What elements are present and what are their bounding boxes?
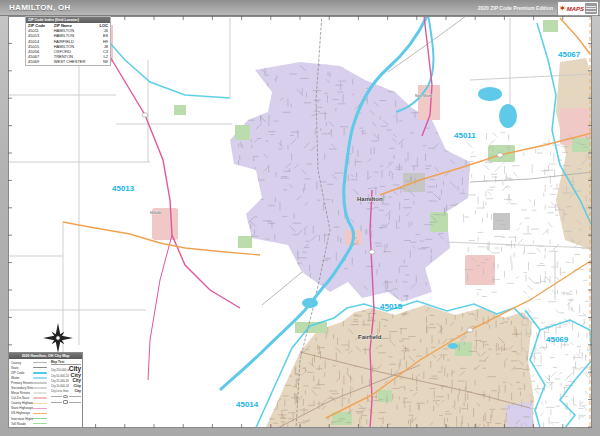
wall-map-frame: HAMILTON, OH 2020 ZIP Code Premium Editi…	[0, 0, 600, 436]
city-label: Hamilton	[357, 196, 383, 202]
county-highway-shield-sample	[51, 395, 81, 398]
logo-brand-text: MAPS	[567, 6, 584, 12]
legend-swatch	[33, 423, 47, 425]
legend-swatch	[33, 362, 47, 364]
town-label: Millville	[150, 211, 161, 215]
legend-text-scale: Map Text City 250,000 and OverCityCity 5…	[50, 360, 81, 426]
logo-star-icon: ✶	[559, 5, 566, 13]
text-scale-item: City Less than 10,000City	[51, 389, 81, 394]
map-canvas: 45056450134501145067450154506945014Hamil…	[8, 16, 592, 428]
legend-swatch	[33, 418, 47, 420]
zip-index-row: 45069WEST CHESTERN9	[26, 59, 110, 64]
zip-code-label: 45067	[558, 50, 581, 59]
compass-rose-icon	[43, 323, 73, 353]
map-area: 45056450134501145067450154506945014Hamil…	[8, 16, 592, 428]
zip-code-index: ZIP Code Index (Grid Locator) ZIP CodeZI…	[25, 16, 111, 66]
state-highway-shield-sample	[51, 400, 81, 403]
legend-swatch	[33, 372, 47, 374]
zip-code-label: 45011	[454, 131, 476, 140]
legend-swatch	[33, 403, 47, 405]
legend-item: Toll Roads	[11, 421, 50, 426]
zip-index-table: ZIP CodeZIP NameLOC 45011HAMILTONJ645013…	[26, 23, 110, 65]
map-title: HAMILTON, OH	[9, 3, 71, 12]
zip-code-label: 45014	[236, 400, 259, 409]
legend-swatch	[33, 387, 47, 389]
region-east-tan-strip	[556, 58, 592, 250]
legend-swatch	[33, 377, 47, 379]
streets-southeast	[519, 299, 592, 428]
legend: 2020 Hamilton, OH City Map CountyStateZI…	[8, 352, 83, 428]
legend-swatch	[33, 397, 47, 399]
title-bar: HAMILTON, OH 2020 ZIP Code Premium Editi…	[0, 0, 600, 16]
legend-swatch	[33, 408, 47, 410]
legend-swatch	[33, 413, 47, 415]
text-scale-item: City 10,000-24,999City	[51, 384, 81, 388]
zip-code-label: 45069	[546, 335, 569, 344]
legend-swatch	[33, 392, 47, 394]
logo-tagline-box	[585, 3, 597, 14]
publisher-logo: ✶ MAPS	[557, 1, 599, 16]
town-label: New Miami	[415, 94, 433, 98]
legend-swatch	[33, 382, 47, 384]
legend-line-items: CountyStateZIP CodeWaterPrimary StreetsS…	[11, 360, 50, 426]
zip-code-label: 45015	[380, 302, 403, 311]
legend-swatch	[33, 367, 47, 369]
zip-code-label: 45013	[112, 184, 135, 193]
edition-label: 2020 ZIP Code Premium Edition	[478, 5, 553, 11]
city-label: Fairfield	[358, 334, 382, 340]
